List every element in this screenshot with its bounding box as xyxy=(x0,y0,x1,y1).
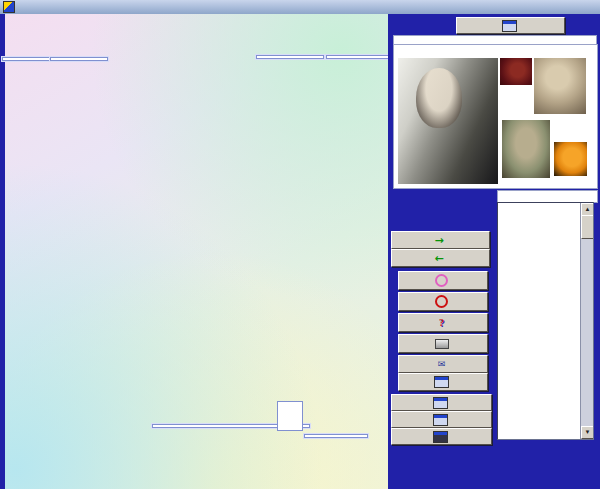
asteroid-speed-decl-table xyxy=(304,434,368,438)
asteroid-longitude-table-2 xyxy=(256,55,324,59)
left-arrow-icon: ← xyxy=(434,253,443,264)
photo-george-young xyxy=(534,58,586,114)
printouts-listbox[interactable]: ▲ ▼ xyxy=(497,202,594,440)
window-icon xyxy=(433,397,448,409)
help-button[interactable]: ? xyxy=(398,313,488,332)
chart-area xyxy=(0,14,388,489)
natal-chart-wheel xyxy=(0,14,388,475)
time-adjust-button[interactable] xyxy=(398,292,488,311)
previous-batch-button[interactable]: ← xyxy=(391,249,490,267)
app-icon xyxy=(3,1,15,13)
planet-speed-table xyxy=(2,57,52,61)
email-button[interactable]: ✉ xyxy=(398,355,488,373)
printer-icon xyxy=(435,339,449,349)
pink-circle-icon xyxy=(435,274,448,287)
orientation-icon xyxy=(434,376,449,388)
clock-icon xyxy=(435,295,448,308)
declination-aspects-box xyxy=(277,401,303,431)
exit-append-button[interactable] xyxy=(391,411,492,428)
next-batch-button[interactable]: → xyxy=(391,231,490,249)
application-window: ▲ ▼ → ← ? ✉ xyxy=(0,0,600,489)
question-mark-icon: ? xyxy=(439,317,444,328)
asteroid-longitude-table-1 xyxy=(50,57,108,61)
right-arrow-icon: → xyxy=(434,235,443,246)
exit-start-new-button[interactable] xyxy=(391,394,492,411)
window-icon xyxy=(433,431,448,443)
add-change-entries-button[interactable] xyxy=(456,17,565,34)
photo-george-popart xyxy=(554,142,587,176)
envelope-icon: ✉ xyxy=(438,359,446,369)
window-icon xyxy=(433,414,448,426)
exit-return-button[interactable] xyxy=(391,428,492,445)
scrollbar[interactable]: ▲ ▼ xyxy=(580,203,593,439)
future-use-button[interactable] xyxy=(398,271,488,290)
window-icon xyxy=(502,20,517,32)
scroll-thumb[interactable] xyxy=(581,215,594,239)
photo-george-beard xyxy=(502,120,550,178)
print-button[interactable] xyxy=(398,334,488,353)
photo-collage[interactable] xyxy=(393,44,598,189)
planet-declination-table xyxy=(326,55,388,59)
photo-george-portrait xyxy=(398,58,498,184)
portrait-landscape-button[interactable] xyxy=(398,373,488,391)
side-panel: ▲ ▼ → ← ? ✉ xyxy=(388,14,600,489)
photo-george-stage xyxy=(500,58,532,85)
title-bar xyxy=(0,0,600,15)
scroll-down-icon[interactable]: ▼ xyxy=(581,426,594,439)
